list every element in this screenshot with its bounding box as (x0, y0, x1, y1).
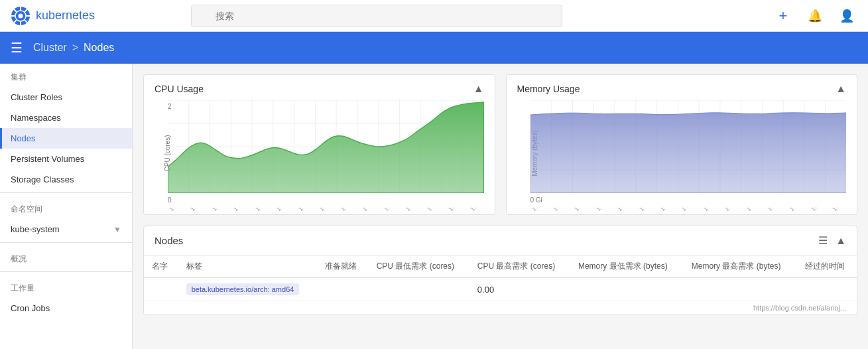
breadcrumb-cluster[interactable]: Cluster (33, 42, 67, 54)
cpu-x-label-13: 18:00 (447, 208, 462, 212)
cpu-x-label-8: 17:55 (340, 208, 355, 212)
user-button[interactable]: 👤 (836, 5, 857, 27)
search-wrapper: 🔍 (191, 5, 562, 27)
nodes-table-title: Nodes (155, 235, 183, 246)
cpu-x-label-0: 17:47 (168, 208, 183, 212)
table-scroll: 名字 标签 准备就绪 CPU 最低需求 (cores) CPU 最高需求 (co… (144, 255, 857, 301)
add-button[interactable]: + (773, 5, 794, 27)
sidebar-item-storage-classes[interactable]: Storage Classes (0, 169, 132, 190)
cpu-x-label-4: 17:51 (254, 208, 269, 212)
svg-point-10 (19, 13, 23, 18)
breadcrumb-separator: > (72, 42, 78, 54)
nodes-table-card: Nodes ☰ ▲ 名字 标签 准备就绪 CPU 最低需求 (cores) CP… (143, 226, 857, 315)
cpu-x-label-11: 17:58 (404, 208, 420, 212)
sidebar-divider-3 (0, 271, 132, 272)
charts-row: CPU Usage ▲ CPU (cores) 2 0 (143, 74, 857, 215)
memory-chart-collapse[interactable]: ▲ (836, 83, 846, 95)
cpu-chart-collapse[interactable]: ▲ (473, 83, 484, 95)
sidebar-item-nodes[interactable]: Nodes (0, 128, 132, 149)
memory-chart-title: Memory Usage (517, 84, 580, 94)
notifications-button[interactable]: 🔔 (804, 5, 826, 27)
memory-usage-card: Memory Usage ▲ Memory (bytes) 0 Gi (506, 74, 858, 215)
cpu-chart-area: CPU (cores) 2 0 (155, 100, 484, 206)
breadcrumb-bar: ☰ Cluster > Nodes (0, 32, 868, 64)
footer-url: https://blog.csdn.net/alanoj... (144, 301, 857, 314)
namespace-value: kube-system (11, 224, 60, 234)
cpu-x-labels: 17:47 17:48 17:49 17:50 17:51 17:52 17:5… (168, 208, 484, 214)
memory-svg-wrapper: 0 Gi (530, 100, 847, 206)
breadcrumb-current: Nodes (84, 42, 114, 54)
memory-chart-svg (530, 100, 847, 193)
col-cpu-min[interactable]: CPU 最低需求 (cores) (369, 255, 469, 278)
kubernetes-logo-icon (11, 6, 31, 26)
sort-icon[interactable]: ▲ (836, 235, 846, 247)
cpu-usage-card: CPU Usage ▲ CPU (cores) 2 0 (143, 74, 495, 215)
namespace-selector[interactable]: kube-system ▼ (0, 219, 132, 240)
col-name[interactable]: 名字 (144, 255, 178, 278)
cpu-x-label-5: 17:52 (275, 208, 290, 212)
sidebar-item-cron-jobs[interactable]: Cron Jobs (0, 298, 132, 318)
logo: kubernetes (11, 6, 95, 26)
workload-section-header: 工作量 (0, 275, 132, 298)
cpu-chart-title: CPU Usage (155, 84, 204, 94)
cell-label: beta.kubernetes.io/arch: amd64 (178, 278, 318, 301)
cell-cpu-min (369, 278, 469, 301)
main-layout: 集群 Cluster Roles Namespaces Nodes Persis… (0, 64, 868, 349)
sidebar: 集群 Cluster Roles Namespaces Nodes Persis… (0, 64, 133, 349)
overview-section-header: 概况 (0, 245, 132, 269)
memory-y-bottom: 0 Gi (530, 196, 542, 204)
cpu-x-label-14: 18:01 (469, 208, 484, 212)
content-area: CPU Usage ▲ CPU (cores) 2 0 (133, 64, 868, 349)
navbar: kubernetes 🔍 + 🔔 👤 (0, 0, 868, 32)
search-input[interactable] (191, 5, 562, 27)
cell-ready (317, 278, 368, 301)
table-row: beta.kubernetes.io/arch: amd64 0.00 (144, 278, 857, 301)
logo-text: kubernetes (36, 9, 95, 23)
cell-mem-max (684, 278, 797, 301)
sidebar-divider-1 (0, 192, 132, 193)
col-elapsed[interactable]: 经过的时间 (797, 255, 857, 278)
cpu-x-label-6: 17:53 (297, 208, 312, 212)
sidebar-item-namespaces[interactable]: Namespaces (0, 107, 132, 128)
nodes-table: 名字 标签 准备就绪 CPU 最低需求 (cores) CPU 最高需求 (co… (144, 255, 857, 301)
menu-icon[interactable]: ☰ (11, 40, 23, 56)
sidebar-item-cluster-roles[interactable]: Cluster Roles (0, 87, 132, 107)
table-header-actions: ☰ ▲ (818, 234, 846, 247)
cell-elapsed (797, 278, 857, 301)
sidebar-divider-2 (0, 242, 132, 243)
memory-chart-area: Memory (bytes) 0 Gi (517, 100, 847, 206)
cell-name (144, 278, 178, 301)
col-ready[interactable]: 准备就绪 (317, 255, 368, 278)
cpu-x-label-12: 17:59 (426, 208, 441, 212)
cell-cpu-max: 0.00 (469, 278, 570, 301)
memory-chart-header: Memory Usage ▲ (517, 83, 847, 95)
navbar-actions: + 🔔 👤 (773, 5, 857, 27)
sidebar-item-persistent-volumes[interactable]: Persistent Volumes (0, 149, 132, 169)
cpu-x-label-3: 17:50 (232, 208, 247, 212)
cluster-section-header: 集群 (0, 64, 132, 87)
namespace-arrow: ▼ (113, 225, 121, 234)
cpu-chart-header: CPU Usage ▲ (155, 83, 484, 95)
table-header-row: 名字 标签 准备就绪 CPU 最低需求 (cores) CPU 最高需求 (co… (144, 255, 857, 278)
cpu-y-top: 2 (168, 103, 172, 110)
col-cpu-max[interactable]: CPU 最高需求 (cores) (469, 255, 570, 278)
memory-x-labels: 17:47 17:48 17:49 17:50 17:51 17:52 17:5… (530, 208, 847, 214)
cpu-y-bottom: 0 (168, 196, 172, 204)
cpu-x-label-1: 17:48 (189, 208, 204, 212)
nodes-table-header: Nodes ☰ ▲ (144, 226, 857, 255)
cpu-x-label-9: 17:56 (361, 208, 377, 212)
cpu-chart-svg (168, 100, 484, 193)
col-mem-min[interactable]: Memory 最低需求 (bytes) (570, 255, 684, 278)
col-mem-max[interactable]: Memory 最高需求 (bytes) (684, 255, 797, 278)
cpu-x-label-7: 17:54 (318, 208, 334, 212)
search-area: 🔍 (191, 5, 589, 27)
namespace-section-header: 命名空间 (0, 196, 132, 219)
col-labels[interactable]: 标签 (178, 255, 318, 278)
cpu-x-label-10: 17:57 (383, 208, 398, 212)
label-tag: beta.kubernetes.io/arch: amd64 (186, 283, 300, 295)
cpu-svg-wrapper: 2 0 (168, 100, 484, 206)
cell-mem-min (570, 278, 684, 301)
cpu-x-label-2: 17:49 (211, 208, 226, 212)
filter-icon[interactable]: ☰ (818, 234, 828, 247)
